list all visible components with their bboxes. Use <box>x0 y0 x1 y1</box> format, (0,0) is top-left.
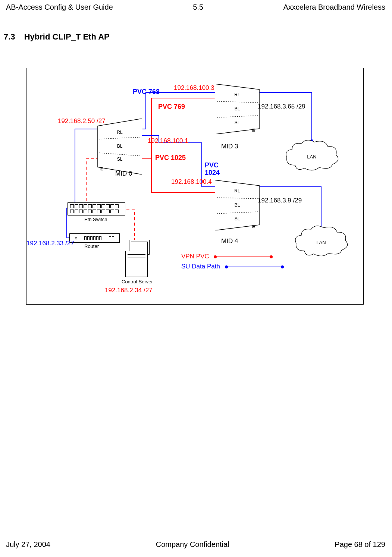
label-mid4: MID 4 <box>221 237 238 245</box>
label-mid3: MID 3 <box>221 143 238 150</box>
label-pvc768: PVC 768 <box>133 88 160 96</box>
label-eth-switch: Eth Switch <box>84 217 107 222</box>
legend-vpn-text: VPN PVC <box>181 253 209 260</box>
label-ip-3-65: 192.168.3.65 /29 <box>258 103 305 110</box>
label-ip-100-1: 192.168.100.1 <box>148 137 188 145</box>
label-pvc1025: PVC 1025 <box>155 154 186 162</box>
module-mid4: RL BL SL E <box>215 180 260 225</box>
lan-label: LAN <box>293 240 349 245</box>
diagram: RL BL SL E MID 0 RL BL SL E MID 3 RL BL … <box>26 68 364 305</box>
mod-rl: RL <box>230 92 245 97</box>
module-mid0: RL BL SL E <box>97 119 142 163</box>
section-title: Hybrid CLIP_T Eth AP <box>24 32 110 41</box>
control-server-icon <box>122 240 151 277</box>
label-router: Router <box>84 243 99 249</box>
section-number: 7.3 <box>4 32 15 41</box>
label-ip-2-33: 192.168.2.33 /27 <box>26 240 74 247</box>
label-ip-3-9: 192.168.3.9 /29 <box>258 197 302 204</box>
mod-bl: BL <box>112 144 127 149</box>
label-mid0: MID 0 <box>115 170 132 177</box>
lan-cloud-1: LAN <box>284 139 340 173</box>
mod-sl: SL <box>230 120 245 125</box>
header-left: AB-Access Config & User Guide <box>6 3 113 12</box>
label-pvc1024b: 1024 <box>205 169 220 177</box>
mod-bl: BL <box>230 106 245 111</box>
header-right: Axxcelera Broadband Wireless <box>283 3 385 12</box>
legend-vpn: VPN PVC <box>181 253 271 260</box>
mod-e: E <box>252 224 255 229</box>
legend-su-line <box>226 267 282 267</box>
footer-center: Company Confidential <box>156 540 229 549</box>
label-ip-2-34: 192.168.2.34 /27 <box>105 287 153 294</box>
footer-right: Page 68 of 129 <box>335 540 385 549</box>
label-ip-2-50: 192.168.2.50 /27 <box>58 117 106 125</box>
footer-left: July 27, 2004 <box>6 540 50 549</box>
mod-e: E <box>252 128 255 133</box>
label-ip-100-4: 192.168.100.4 <box>171 178 212 186</box>
module-mid3: RL BL SL E <box>215 84 260 129</box>
mod-rl: RL <box>230 188 245 193</box>
mod-e: E <box>100 166 103 171</box>
page-header: AB-Access Config & User Guide 5.5 Axxcel… <box>6 3 385 12</box>
legend-vpn-line <box>215 257 271 257</box>
mod-sl: SL <box>230 216 245 221</box>
mod-bl: BL <box>230 202 245 208</box>
lan-label: LAN <box>284 154 340 160</box>
router-icon <box>69 233 120 243</box>
label-ip-100-3: 192.168.100.3 <box>174 84 214 92</box>
legend-su-text: SU Data Path <box>181 263 220 270</box>
section-heading: 7.3 Hybrid CLIP_T Eth AP <box>4 32 110 42</box>
eth-switch-icon <box>68 202 125 215</box>
mod-sl: SL <box>112 157 127 162</box>
label-pvc1024a: PVC <box>205 161 219 169</box>
mod-rl: RL <box>112 130 127 135</box>
page-footer: July 27, 2004 Company Confidential Page … <box>6 540 385 549</box>
legend-su: SU Data Path <box>181 263 282 270</box>
label-control-server: Control Server <box>122 279 153 284</box>
header-center: 5.5 <box>193 3 203 12</box>
label-pvc769: PVC 769 <box>158 103 185 111</box>
lan-cloud-2: LAN <box>293 225 349 258</box>
